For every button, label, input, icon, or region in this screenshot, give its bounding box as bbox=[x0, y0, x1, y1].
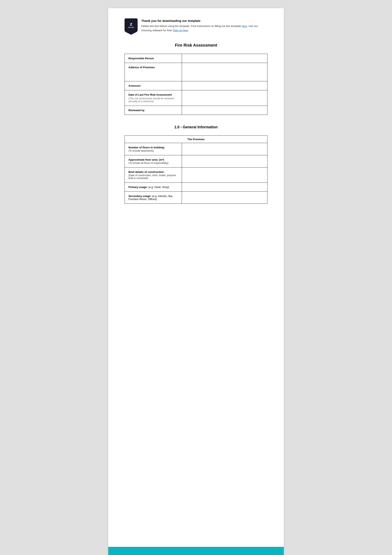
responsible-person-label: Responsible Person bbox=[125, 54, 182, 63]
address-label: Address of Premises bbox=[125, 63, 182, 81]
address-value bbox=[182, 63, 267, 81]
header-body: Delete this text before using the templa… bbox=[141, 24, 242, 28]
header-banner: z zervant. Thank you for downloading our… bbox=[125, 18, 267, 33]
logo-chevron-icon bbox=[125, 31, 138, 35]
footer-bar bbox=[108, 547, 284, 555]
header-title: Thank you for downloading our template bbox=[141, 18, 267, 23]
table-row: Date of Last Fire Risk Assessment (This … bbox=[125, 90, 267, 106]
reviewed-by-value bbox=[182, 106, 267, 115]
responsible-person-value bbox=[182, 54, 267, 63]
table-row: Reviewed by bbox=[125, 106, 267, 115]
floors-value bbox=[182, 143, 267, 155]
floor-area-label: Approximate floor area: (m²) (To include… bbox=[125, 155, 182, 167]
here-link[interactable]: here bbox=[242, 24, 247, 28]
signup-link[interactable]: Sign up here bbox=[173, 29, 188, 32]
table-row: Secondary usage: (e.g. Kitchen, Bar,Func… bbox=[125, 191, 267, 204]
info-table: Responsible Person Address of Premises A… bbox=[125, 54, 267, 115]
header-end: . bbox=[188, 29, 189, 32]
primary-usage-value bbox=[182, 183, 267, 191]
table-row: Responsible Person bbox=[125, 54, 267, 63]
floors-label: Number of floors in building: (To includ… bbox=[125, 143, 182, 155]
premises-header: The Premises bbox=[125, 135, 267, 143]
table-row: Address of Premises bbox=[125, 63, 267, 81]
date-label: Date of Last Fire Risk Assessment (This … bbox=[125, 90, 182, 106]
zervant-logo: z zervant. bbox=[125, 18, 138, 31]
table-row: The Premises bbox=[125, 135, 267, 143]
assessor-value bbox=[182, 81, 267, 90]
header-text: Thank you for downloading our template D… bbox=[141, 18, 267, 33]
main-title: Fire Risk Assessment bbox=[125, 43, 267, 48]
secondary-usage-label: Secondary usage: (e.g. Kitchen, Bar,Func… bbox=[125, 191, 182, 204]
page-content: z zervant. Thank you for downloading our… bbox=[108, 8, 284, 547]
logo-text: zervant. bbox=[128, 26, 134, 28]
floor-area-value bbox=[182, 155, 267, 167]
secondary-usage-value bbox=[182, 191, 267, 204]
table-row: Brief details of construction: (Date of … bbox=[125, 167, 267, 183]
table-row: Number of floors in building: (To includ… bbox=[125, 143, 267, 155]
table-row: Approximate floor area: (m²) (To include… bbox=[125, 155, 267, 167]
table-row: Assessor: bbox=[125, 81, 267, 90]
reviewed-by-label: Reviewed by bbox=[125, 106, 182, 115]
section1-title: 1.0 - General Information bbox=[125, 125, 267, 129]
primary-usage-label: Primary usage: (e.g. Hotel, Shop) bbox=[125, 183, 182, 191]
general-table: The Premises Number of floors in buildin… bbox=[125, 135, 267, 204]
date-sublabel: (This risk assessment should be reviewed… bbox=[128, 97, 178, 103]
construction-value bbox=[182, 167, 267, 183]
date-value bbox=[182, 90, 267, 106]
table-row: Primary usage: (e.g. Hotel, Shop) bbox=[125, 183, 267, 191]
logo-z-icon: z bbox=[130, 22, 132, 26]
assessor-label: Assessor: bbox=[125, 81, 182, 90]
construction-label: Brief details of construction: (Date of … bbox=[125, 167, 182, 183]
page: z zervant. Thank you for downloading our… bbox=[108, 8, 284, 555]
